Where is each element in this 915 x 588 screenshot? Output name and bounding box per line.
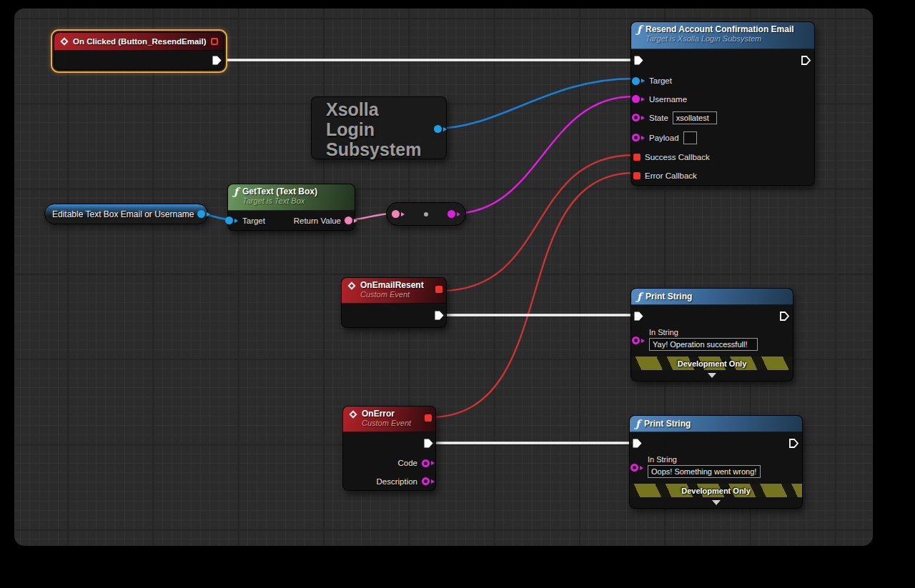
- node-title: OnError: [362, 409, 411, 419]
- success-callback-pin[interactable]: [633, 154, 640, 161]
- state-input[interactable]: [673, 111, 717, 124]
- exec-out-pin[interactable]: [212, 55, 222, 66]
- node-editable-text-box-variable[interactable]: Editable Text Box Email or Username: [44, 204, 208, 224]
- delegate-pin[interactable]: [211, 38, 218, 45]
- exec-out-pin[interactable]: [788, 438, 799, 449]
- variable-label: Editable Text Box Email or Username: [52, 209, 194, 219]
- variable-name-line: Xsolla: [326, 99, 446, 119]
- exec-in-pin[interactable]: [633, 311, 644, 322]
- development-only-label: Development Only: [678, 359, 747, 368]
- node-subtitle: Target is Xsolla Login Subsystem: [646, 34, 794, 43]
- exec-out-pin[interactable]: [779, 311, 790, 322]
- exec-out-pin[interactable]: [801, 55, 811, 66]
- description-pin[interactable]: [422, 477, 435, 485]
- node-title: OnEmailResent: [360, 280, 424, 290]
- event-icon: [347, 281, 355, 289]
- function-icon: ƒ: [637, 24, 641, 34]
- variable-output-pin[interactable]: [197, 210, 210, 218]
- exec-out-pin[interactable]: [434, 310, 445, 321]
- pin-label: Code: [398, 459, 418, 467]
- conversion-icon: [424, 212, 428, 216]
- node-gettext[interactable]: ƒ GetText (Text Box) Target is Text Box …: [227, 184, 355, 231]
- delegate-pin[interactable]: [425, 414, 432, 422]
- subsystem-output-pin[interactable]: [434, 125, 447, 133]
- node-on-error[interactable]: OnError Custom Event Code Description: [342, 406, 436, 491]
- event-icon: [60, 37, 68, 45]
- function-icon: ƒ: [234, 186, 238, 196]
- node-resend-account-confirmation-email[interactable]: ƒ Resend Account Confirmation Email Targ…: [630, 21, 815, 186]
- pin-label: In String: [648, 455, 761, 464]
- exec-in-pin[interactable]: [633, 55, 644, 66]
- pin-label: Description: [376, 477, 417, 486]
- state-pin[interactable]: [632, 114, 645, 121]
- node-print-string-error[interactable]: ƒ Print String In String Development Onl…: [629, 415, 803, 509]
- expand-arrow-icon[interactable]: [712, 500, 721, 505]
- conversion-out-pin[interactable]: [447, 210, 460, 218]
- node-print-string-success[interactable]: ƒ Print String In String Development Onl…: [630, 288, 793, 382]
- code-pin[interactable]: [422, 459, 435, 467]
- function-icon: ƒ: [635, 419, 640, 429]
- node-text-to-string-conversion[interactable]: [386, 202, 466, 226]
- exec-in-pin[interactable]: [632, 438, 643, 449]
- node-on-clicked[interactable]: On Clicked (Button_ResendEmail): [54, 32, 224, 70]
- target-pin[interactable]: [225, 216, 238, 224]
- pin-label: Payload: [649, 134, 679, 142]
- error-callback-pin[interactable]: [633, 172, 640, 179]
- delegate-pin[interactable]: [435, 286, 442, 293]
- pin-label: Error Callback: [645, 171, 697, 180]
- development-only-label: Development Only: [681, 487, 751, 495]
- node-subtitle: Custom Event: [360, 290, 424, 299]
- variable-name-line: Subsystem: [326, 139, 446, 159]
- pin-label: In String: [649, 328, 758, 337]
- node-subtitle: Target is Text Box: [242, 196, 317, 205]
- pin-label: Success Callback: [645, 153, 710, 161]
- payload-input[interactable]: [683, 131, 697, 144]
- in-string-input[interactable]: [648, 465, 761, 478]
- node-title: Print String: [646, 291, 692, 302]
- node-on-clicked-selection: On Clicked (Button_ResendEmail): [51, 29, 227, 73]
- conversion-in-pin[interactable]: [392, 210, 405, 218]
- variable-name-line: Login: [326, 119, 446, 139]
- in-string-input[interactable]: [649, 338, 758, 351]
- node-title: Resend Account Confirmation Email: [646, 24, 794, 34]
- pin-label: State: [649, 114, 668, 122]
- node-title: Print String: [644, 419, 691, 429]
- node-title: On Clicked (Button_ResendEmail): [73, 37, 207, 46]
- event-icon: [349, 410, 357, 418]
- username-pin[interactable]: [632, 95, 645, 103]
- node-xsolla-login-subsystem[interactable]: Xsolla Login Subsystem: [311, 96, 447, 159]
- in-string-pin[interactable]: [630, 464, 643, 472]
- in-string-pin[interactable]: [632, 337, 645, 344]
- expand-arrow-icon[interactable]: [708, 373, 716, 378]
- development-only-bar: Development Only: [630, 484, 802, 497]
- return-value-pin[interactable]: [345, 216, 357, 224]
- pin-label: Username: [649, 95, 687, 104]
- pin-label: Return Value: [294, 216, 341, 225]
- target-pin[interactable]: [632, 77, 645, 85]
- pin-label: Target: [242, 216, 265, 225]
- pin-label: Target: [649, 76, 672, 85]
- node-subtitle: Custom Event: [362, 419, 411, 427]
- node-title: GetText (Text Box): [242, 186, 317, 196]
- node-on-email-resent[interactable]: OnEmailResent Custom Event: [341, 277, 447, 328]
- exec-out-pin[interactable]: [423, 438, 434, 449]
- payload-pin[interactable]: [632, 134, 645, 141]
- development-only-bar: Development Only: [631, 357, 793, 370]
- function-icon: ƒ: [637, 291, 641, 302]
